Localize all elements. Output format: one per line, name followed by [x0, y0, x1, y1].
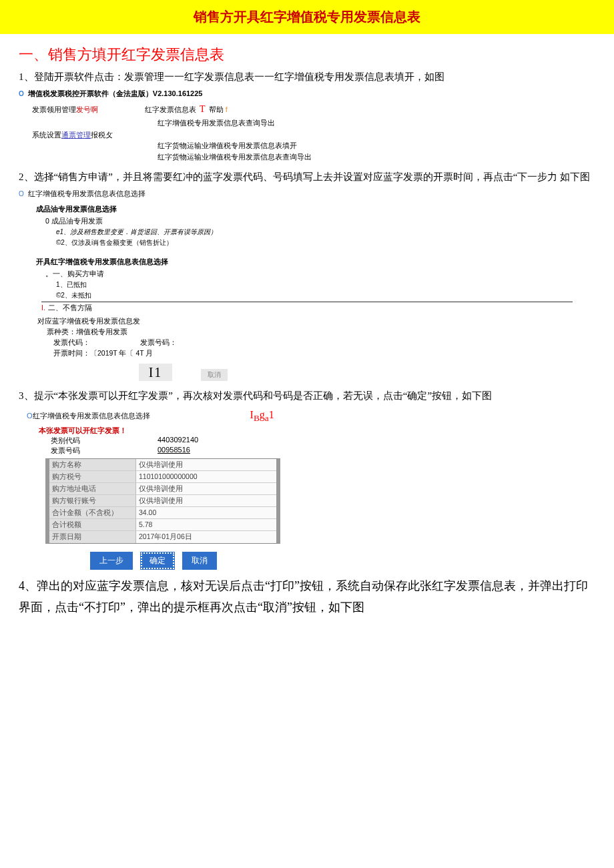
dialog-title-3: 红字增值税专用发票信息表信息选择 — [33, 411, 150, 421]
step-2-text: 2、选择“销售方申请”，并且将需要红冲的蓝字发票代码、号码填写上去并设置对应蓝字… — [19, 169, 595, 185]
opt-not-deducted[interactable]: ©2、未抵扣 — [56, 291, 595, 300]
cell-key: 购方名称 — [49, 459, 136, 470]
table-row: 合计税额5.78 — [49, 519, 276, 531]
table-row: 购方地址电话仅供培训使用 — [49, 483, 276, 495]
menu-group-1: 发票领用管理发号啊 — [32, 105, 98, 115]
dialog-confirm: O 红字增值税专用发票信息表信息选择 IBga1 本张发票可以开红字发票！ 类别… — [27, 409, 595, 569]
banner-title: 销售方开具红字增值税专用发票信息表 — [194, 9, 420, 24]
kv-invoice-no: 发票号码 00958516 — [51, 446, 595, 456]
iga-label: IBga1 — [250, 409, 274, 424]
step-4-text: 4、弹出的对应蓝字发票信息，核对无误后点击“打印”按钮，系统自动保存此张红字发票… — [19, 575, 595, 618]
group-redinfo: 开具红字增值税专用发票信息表信息选择 — [36, 257, 595, 267]
opt-oil-reason2[interactable]: ©2、仅涉及i肖售金额变更（销售折让） — [56, 238, 595, 248]
opt-oil-reason1[interactable]: e1、涉及稍售数里变更．肖货退回、开票有误等原因） — [56, 228, 595, 237]
submenu-2[interactable]: 红字货物运输业增值税专用发票信息表填开 — [158, 140, 595, 151]
bullet-icon: O — [19, 190, 24, 197]
v-invoice-no: 00958516 — [158, 446, 190, 456]
cancel-button[interactable]: 取消 — [201, 369, 228, 381]
cell-val: 2017年01月06日 — [136, 531, 276, 543]
submenu-3[interactable]: 红字货物运输业增值税专用发票信息表查询导出 — [158, 151, 595, 163]
v-category-code: 4403092140 — [158, 436, 198, 446]
cell-key: 开票日期 — [49, 531, 136, 543]
next-step-button[interactable]: I1 — [139, 364, 172, 381]
table-row: 购方银行账号仅供培训使用 — [49, 495, 276, 507]
software-title: O 增值税发票税控开票软件（金法盅版）V2.130.161225 — [19, 89, 595, 99]
cell-val: 仅供培训使用 — [136, 483, 276, 494]
menu-red-info[interactable]: 红字发票信息表 T 帮助 f — [145, 104, 228, 115]
cell-key: 合计税额 — [49, 519, 136, 530]
ok-button[interactable]: 确定 — [140, 552, 175, 570]
k-invoice-no: 发票号码 — [51, 446, 158, 456]
invoice-number-label: 发票号码： — [140, 338, 177, 348]
cell-val: 34.00 — [136, 507, 276, 518]
invoice-code-row: 发票代码： 发票号码： — [53, 338, 595, 348]
opt-seller-apply[interactable]: I.二、不售方隔 — [41, 302, 573, 313]
opt-buyer-apply[interactable]: 。一、购买方申请 — [45, 270, 595, 279]
menu-number-label: 发号啊 — [76, 105, 98, 113]
cell-key: 购方银行账号 — [49, 495, 136, 506]
button-row: I1 取消 — [19, 360, 595, 381]
invoice-time-row[interactable]: 开票时间：〔2019T 年〔 4T 月 — [53, 349, 595, 358]
cell-key: 购方地址电话 — [49, 483, 136, 494]
opt-oil-invoice[interactable]: 0 成品油专用发票 — [45, 217, 595, 226]
group-oil: 成品油专用发票信息选择 — [36, 204, 595, 214]
table-row: 开票日期2017年01月06日 — [49, 531, 276, 543]
menu-row-1: 发票领用管理发号啊 红字发票信息表 T 帮助 f — [32, 104, 595, 115]
cell-key: 合计金额（不含税） — [49, 507, 136, 518]
software-screenshot-1: O 增值税发票税控开票软件（金法盅版）V2.130.161225 发票领用管理发… — [19, 89, 595, 162]
submenu-1[interactable]: 红字增值税专用发票信息表查询导出 — [158, 117, 595, 129]
menu-tax[interactable]: 报税攵 — [91, 131, 113, 139]
invoice-code-label: 发票代码： — [53, 338, 140, 348]
bullet-icon: O — [19, 90, 24, 97]
cell-val: 5.78 — [136, 519, 276, 530]
blue-invoice-label-1: 对应蓝字增值税专用发票信息发 — [37, 317, 595, 326]
menu-row-2: 系统设置通票管理报税攵 — [32, 130, 595, 140]
cancel-button[interactable]: 取消 — [182, 552, 217, 570]
section-heading-1: 一、销售方填开红字发票信息表 — [19, 45, 595, 65]
menu-sys-settings[interactable]: 系统设置 — [32, 131, 61, 139]
banner-bar: 销售方开具红字增值税专用发票信息表 — [0, 0, 614, 34]
bullet-icon: O — [27, 412, 33, 420]
k-category-code: 类别代码 — [51, 436, 158, 446]
cell-val: 仅供培训使用 — [136, 495, 276, 506]
menu-group-2: 系统设置通票管理报税攵 — [32, 130, 113, 140]
cell-key: 购方税号 — [49, 471, 136, 482]
dialog-title-2: O 红字增值税专用发票信息表信息选择 — [19, 189, 595, 199]
table-row: 购方名称仅供培训使用 — [49, 459, 276, 471]
content-area: 一、销售方填开红字发票信息表 1、登陆开票软件点击：发票管理一一红字发票信息表一… — [0, 45, 614, 618]
menu-ticket-mgmt[interactable]: 通票管理 — [61, 131, 91, 139]
menu-invoice-mgmt[interactable]: 发票领用管理 — [32, 105, 76, 113]
can-open-hint: 本张发票可以开红字发票！ — [39, 426, 595, 436]
invoice-detail-table: 购方名称仅供培训使用 购方税号110101000000000 购方地址电话仅供培… — [45, 458, 280, 544]
dialog-select-info: O 红字增值税专用发票信息表信息选择 成品油专用发票信息选择 0 成品油专用发票… — [19, 189, 595, 381]
table-row: 合计金额（不含税）34.00 — [49, 507, 276, 519]
cell-val: 仅供培训使用 — [136, 459, 276, 470]
kv-category-code: 类别代码 4403092140 — [51, 436, 595, 446]
confirm-button-row: 上一步 确定 取消 — [27, 552, 280, 570]
opt-deducted[interactable]: 1、已抵扣 — [56, 280, 595, 290]
blue-invoice-label-2: 票种类：增值税专用发票 — [47, 328, 595, 337]
table-row: 购方税号110101000000000 — [49, 471, 276, 483]
dialog3-header: O 红字增值税专用发票信息表信息选择 IBga1 — [27, 409, 595, 424]
step-3-text: 3、提示“本张发票可以开红字发票”，再次核对发票代码和号码是否正确，若无误，点击… — [19, 388, 595, 404]
cell-val: 110101000000000 — [136, 471, 276, 482]
prev-step-button[interactable]: 上一步 — [90, 552, 133, 570]
step-1-text: 1、登陆开票软件点击：发票管理一一红字发票信息表一一红字增值税专用发票信息表填开… — [19, 69, 595, 85]
